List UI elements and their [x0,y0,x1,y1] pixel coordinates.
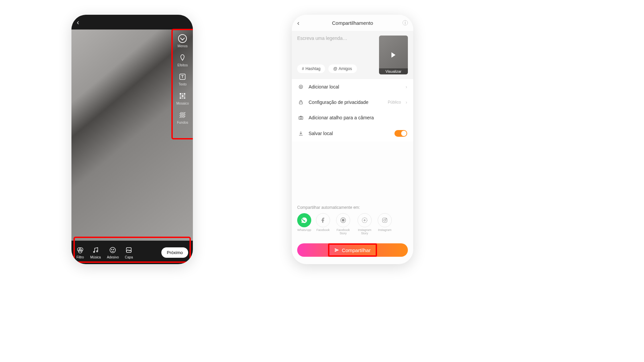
editor-top-bar: ‹ [71,15,193,29]
social-label: Facebook Story [335,229,352,235]
download-icon [298,130,304,136]
auto-share-section: Compartilhar automaticamente em: WhatsAp… [292,205,413,240]
side-tool-label: Fundos [177,121,188,124]
social-facebook-story[interactable]: Facebook Story [335,213,352,235]
collapse-icon [178,34,187,43]
share-button-label: Compartilhar [342,247,371,253]
side-tool-label: Menos [177,44,187,48]
svg-rect-4 [180,95,181,97]
play-icon [391,52,395,58]
thumbnail-label: Visualizar [379,68,408,74]
side-tool-label: Mosaico [176,102,189,105]
effects-icon [178,53,187,62]
bottom-toolbar: Filtro Música Adesivo Capa Próximo [71,241,193,264]
sticker-icon [109,246,117,254]
svg-rect-9 [184,98,185,99]
svg-point-23 [300,117,302,119]
cover-icon [125,246,133,254]
editor-screen: ‹ Menos Efeitos Texto [71,15,193,264]
text-icon [178,72,187,81]
side-tool-fundos[interactable]: Fundos [177,111,188,124]
social-instagram[interactable]: Instagram [378,213,392,235]
svg-point-19 [299,85,303,89]
svg-point-28 [384,219,386,221]
share-screen: ‹ Compartilhamento i Escreva uma legenda… [292,15,413,264]
hashtag-chip[interactable]: # Hashtag [297,64,325,73]
video-thumbnail[interactable]: Visualizar [379,36,408,74]
svg-point-29 [386,219,386,219]
page-title: Compartilhamento [332,20,373,26]
editor-phone: ‹ Menos Efeitos Texto [71,15,193,264]
svg-point-16 [112,249,112,250]
social-instagram-story[interactable]: Instagram Story [356,213,373,235]
bottom-tool-adesivo[interactable]: Adesivo [107,246,119,259]
svg-rect-8 [182,98,184,99]
filter-icon [76,246,84,254]
amigos-chip[interactable]: @ Amigos [328,64,357,73]
option-location[interactable]: Adicionar local › [292,79,413,95]
side-tool-texto[interactable]: Texto [178,72,187,86]
svg-point-17 [113,249,114,250]
instagram-icon [378,213,392,227]
back-icon[interactable]: ‹ [77,18,79,26]
option-label: Adicionar atalho para a câmera [309,115,407,120]
svg-point-15 [110,247,116,253]
back-icon[interactable]: ‹ [297,19,300,27]
social-label: Facebook [316,229,330,232]
bottom-tool-capa[interactable]: Capa [125,246,133,259]
social-whatsapp[interactable]: WhatsApp [297,213,311,235]
bottom-tool-label: Música [90,255,101,259]
caption-input[interactable]: Escreva uma legenda… [297,36,375,41]
bottom-tool-label: Filtro [76,255,84,259]
svg-rect-2 [182,93,184,95]
bottom-tool-musica[interactable]: Música [90,246,101,259]
option-save-local[interactable]: Salvar local [292,125,413,141]
side-tool-mosaico[interactable]: Mosaico [176,92,189,105]
hash-icon: # [302,66,304,71]
option-camera-shortcut[interactable]: Adicionar atalho para a câmera [292,110,413,125]
mosaic-icon [178,92,187,100]
svg-point-14 [97,250,98,252]
camera-icon [298,115,304,121]
auto-share-title: Compartilhar automaticamente em: [297,205,408,210]
chip-label: Hashtag [306,66,321,71]
svg-rect-18 [126,247,131,252]
next-button[interactable]: Próximo [161,247,188,258]
side-tool-efeitos[interactable]: Efeitos [177,53,188,67]
bottom-tool-label: Capa [125,255,133,259]
instagram-story-icon [358,213,372,227]
options-list: Adicionar local › Configuração de privac… [292,79,413,141]
social-facebook[interactable]: Facebook [316,213,330,235]
caption-area: Escreva uma legenda… # Hashtag @ Amigos … [292,31,413,79]
svg-rect-21 [299,102,302,104]
svg-rect-7 [180,98,181,99]
social-label: Instagram [378,229,391,232]
option-label: Configuração de privacidade [309,100,383,105]
social-label: Instagram Story [356,229,373,235]
svg-point-25 [342,219,344,222]
info-icon[interactable]: i [402,20,408,25]
share-button[interactable]: Compartilhar [297,243,408,257]
share-header: ‹ Compartilhamento i [292,15,413,31]
svg-point-20 [300,86,302,87]
option-value: Público [388,100,401,105]
chip-label: Amigos [339,66,352,71]
chevron-right-icon: › [406,84,407,89]
option-label: Adicionar local [309,84,401,89]
svg-rect-1 [180,93,181,95]
svg-point-13 [93,251,95,252]
social-label: WhatsApp [297,229,311,232]
send-icon [334,248,339,252]
option-privacy[interactable]: Configuração de privacidade Público › [292,95,413,110]
lock-icon [298,99,304,105]
location-icon [298,84,304,90]
side-tool-label: Efeitos [177,63,188,67]
social-row: WhatsApp Facebook Facebook Story [297,213,408,235]
save-local-toggle[interactable] [394,130,407,137]
bottom-tool-filtro[interactable]: Filtro [76,246,84,259]
music-icon [92,246,100,254]
mention-icon: @ [333,66,337,71]
share-phone: ‹ Compartilhamento i Escreva uma legenda… [292,15,413,264]
side-tool-menos[interactable]: Menos [177,34,187,48]
bottom-tool-label: Adesivo [107,255,119,259]
